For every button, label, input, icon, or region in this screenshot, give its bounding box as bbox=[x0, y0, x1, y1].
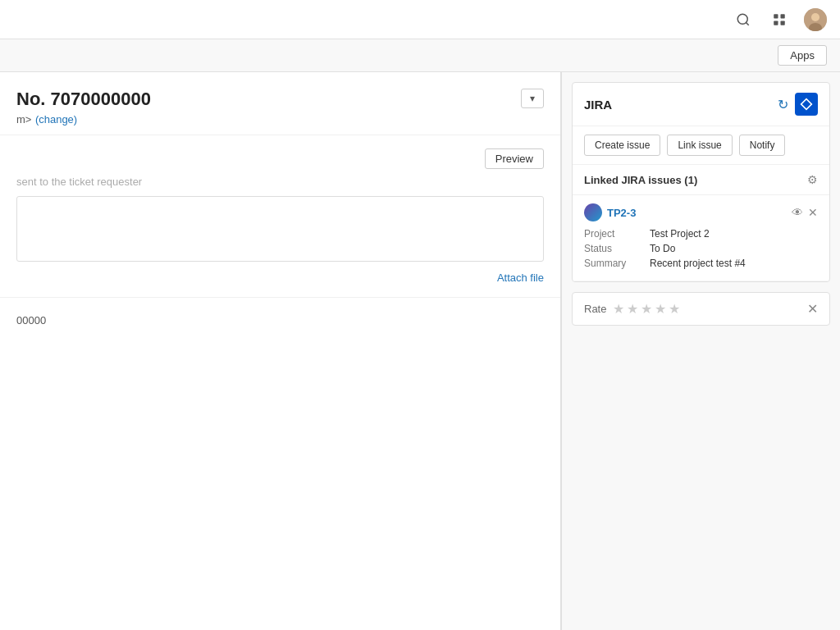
issue-status-row: Status To Do bbox=[584, 243, 818, 254]
jira-issue-item: TP2-3 👁 ✕ Project Test Project 2 Status … bbox=[573, 195, 829, 281]
ticket-header: No. 7070000000 m> (change) ▾ bbox=[0, 72, 560, 135]
preview-button[interactable]: Preview bbox=[485, 148, 544, 169]
collapse-button[interactable]: ▾ bbox=[521, 89, 544, 108]
rate-stars: ★ ★ ★ ★ ★ bbox=[613, 301, 680, 317]
left-panel: No. 7070000000 m> (change) ▾ Preview sen… bbox=[0, 72, 561, 630]
svg-rect-4 bbox=[774, 21, 778, 25]
issue-link[interactable]: TP2-3 bbox=[584, 203, 636, 221]
linked-issues-header: Linked JIRA issues (1) ⚙ bbox=[573, 165, 829, 195]
ticket-bottom-number: 00000 bbox=[16, 314, 46, 326]
star-1[interactable]: ★ bbox=[613, 301, 624, 317]
issue-actions: 👁 ✕ bbox=[792, 206, 818, 219]
svg-point-0 bbox=[737, 14, 747, 24]
rate-label: Rate bbox=[584, 303, 606, 315]
summary-label: Summary bbox=[584, 258, 650, 269]
star-5[interactable]: ★ bbox=[669, 301, 680, 317]
notify-button[interactable]: Notify bbox=[739, 135, 786, 156]
jira-title: JIRA bbox=[584, 98, 612, 112]
issue-id: TP2-3 bbox=[607, 207, 636, 219]
right-panel: JIRA ↻ Create issue Link issue Notify Li… bbox=[561, 72, 840, 630]
issue-avatar bbox=[584, 203, 602, 221]
reply-section: Preview sent to the ticket requester Att… bbox=[0, 135, 560, 298]
svg-line-1 bbox=[746, 22, 748, 25]
star-4[interactable]: ★ bbox=[655, 301, 666, 317]
sub-navigation: Apps bbox=[0, 39, 840, 72]
jira-header: JIRA ↻ bbox=[573, 83, 829, 126]
svg-rect-2 bbox=[774, 14, 778, 18]
svg-rect-5 bbox=[781, 21, 785, 25]
jira-actions: Create issue Link issue Notify bbox=[573, 126, 829, 165]
star-3[interactable]: ★ bbox=[641, 301, 652, 317]
jira-logo bbox=[795, 93, 818, 116]
issue-summary-row: Summary Recent project test #4 bbox=[584, 258, 818, 269]
summary-value: Recent project test #4 bbox=[650, 258, 746, 269]
reply-note: sent to the ticket requester bbox=[16, 176, 544, 188]
status-label: Status bbox=[584, 243, 650, 254]
top-navigation bbox=[0, 0, 840, 39]
refresh-icon[interactable]: ↻ bbox=[778, 97, 788, 112]
rate-section: Rate ★ ★ ★ ★ ★ ✕ bbox=[572, 292, 830, 326]
apps-button[interactable]: Apps bbox=[778, 45, 827, 66]
status-value: To Do bbox=[650, 243, 675, 254]
change-link[interactable]: (change) bbox=[35, 113, 77, 126]
ticket-number: No. 7070000000 bbox=[16, 89, 151, 110]
avatar[interactable] bbox=[804, 8, 827, 31]
project-value: Test Project 2 bbox=[650, 228, 710, 240]
ticket-content: 00000 bbox=[0, 298, 560, 343]
attach-file-link[interactable]: Attach file bbox=[497, 272, 544, 284]
star-2[interactable]: ★ bbox=[627, 301, 638, 317]
svg-point-7 bbox=[811, 13, 819, 21]
issue-project-row: Project Test Project 2 bbox=[584, 228, 818, 240]
main-container: No. 7070000000 m> (change) ▾ Preview sen… bbox=[0, 72, 840, 630]
view-icon[interactable]: 👁 bbox=[792, 206, 803, 219]
search-icon[interactable] bbox=[732, 8, 755, 31]
issue-top-row: TP2-3 👁 ✕ bbox=[584, 203, 818, 221]
rate-close-icon[interactable]: ✕ bbox=[807, 301, 818, 317]
gear-icon[interactable]: ⚙ bbox=[807, 173, 818, 186]
reply-textarea[interactable] bbox=[16, 196, 544, 262]
link-issue-button[interactable]: Link issue bbox=[667, 135, 732, 156]
rate-left: Rate ★ ★ ★ ★ ★ bbox=[584, 301, 680, 317]
grid-icon[interactable] bbox=[768, 8, 791, 31]
jira-widget: JIRA ↻ Create issue Link issue Notify Li… bbox=[572, 82, 830, 282]
project-label: Project bbox=[584, 228, 650, 240]
create-issue-button[interactable]: Create issue bbox=[584, 135, 660, 156]
requester-prefix: m> bbox=[16, 113, 31, 126]
unlink-icon[interactable]: ✕ bbox=[808, 206, 818, 219]
linked-issues-title: Linked JIRA issues (1) bbox=[584, 174, 697, 186]
svg-rect-3 bbox=[781, 14, 785, 18]
